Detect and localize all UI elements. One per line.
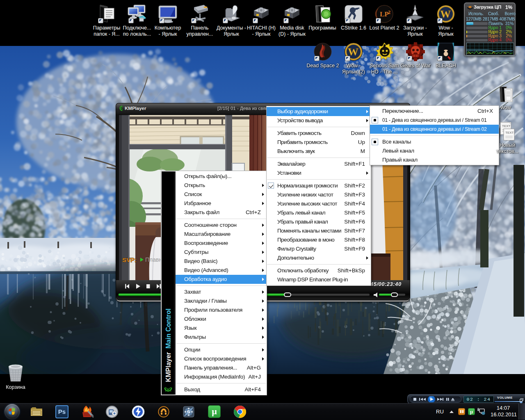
svg-text:Плавн: Плавн (145, 256, 162, 263)
svg-text:TEXT: TEXT (505, 131, 514, 135)
svg-text:2: 2 (388, 9, 390, 15)
svg-text:TEXT: TEXT (502, 124, 511, 128)
svg-text:SVP:: SVP: (122, 256, 137, 263)
svg-text:LP: LP (380, 10, 389, 18)
